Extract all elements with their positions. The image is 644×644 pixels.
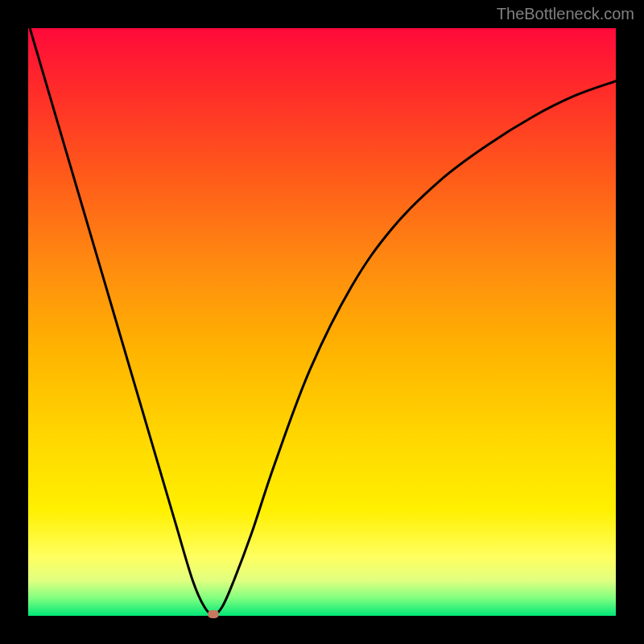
- bottleneck-curve: [28, 28, 616, 616]
- minimum-marker: [208, 610, 219, 618]
- chart-frame: [28, 28, 616, 616]
- watermark-text: TheBottleneck.com: [497, 5, 634, 23]
